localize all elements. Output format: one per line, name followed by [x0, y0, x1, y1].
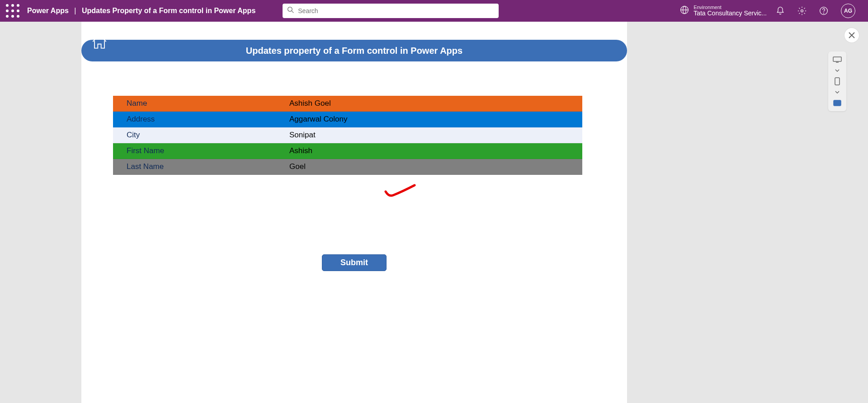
notifications-icon[interactable]: [776, 6, 785, 15]
svg-point-1: [11, 4, 14, 7]
svg-point-5: [17, 9, 19, 12]
search-box[interactable]: [283, 4, 499, 18]
page-title-text: Updates Property of a Form control in Po…: [82, 7, 255, 14]
app-canvas: Updates property of a Form control in Po…: [81, 22, 627, 403]
field-value: Ashish Goel: [289, 99, 582, 108]
table-row: City Sonipat: [113, 127, 582, 143]
search-container: [283, 4, 499, 18]
svg-point-2: [17, 4, 19, 7]
form-display-table: Name Ashish Goel Address Aggarwal Colony…: [113, 96, 582, 175]
svg-point-3: [6, 9, 9, 12]
settings-icon[interactable]: [797, 6, 807, 15]
page-banner: Updates property of a Form control in Po…: [81, 40, 627, 61]
app-name[interactable]: Power Apps: [27, 7, 69, 14]
field-label: First Name: [113, 146, 289, 155]
field-label: Address: [113, 115, 289, 124]
svg-point-0: [6, 4, 9, 7]
field-label: Name: [113, 99, 289, 108]
help-icon[interactable]: [819, 6, 828, 15]
field-label: City: [113, 131, 289, 140]
svg-line-10: [292, 11, 294, 13]
home-icon[interactable]: [90, 32, 109, 53]
field-label: Last Name: [113, 162, 289, 171]
table-row: Last Name Goel: [113, 159, 582, 175]
field-value: Ashish: [289, 146, 582, 155]
environment-value: Tata Consultancy Servic...: [693, 10, 767, 17]
table-row: Name Ashish Goel: [113, 96, 582, 112]
svg-point-6: [6, 15, 9, 18]
user-avatar[interactable]: AG: [841, 4, 855, 18]
globe-icon: [680, 5, 689, 16]
table-row: Address Aggarwal Colony: [113, 112, 582, 127]
svg-point-9: [288, 7, 292, 12]
field-value: Aggarwal Colony: [289, 115, 582, 124]
annotation-checkmark-icon: [384, 183, 416, 201]
svg-point-4: [11, 9, 14, 12]
canvas-area: Updates property of a Form control in Po…: [0, 22, 868, 403]
field-value: Sonipat: [289, 131, 582, 140]
svg-point-8: [17, 15, 19, 18]
svg-point-16: [824, 13, 824, 14]
search-input[interactable]: [298, 7, 494, 14]
app-launcher-icon[interactable]: [5, 4, 20, 18]
svg-point-7: [11, 15, 14, 18]
field-value: Goel: [289, 162, 582, 171]
banner-title: Updates property of a Form control in Po…: [81, 46, 627, 56]
search-icon: [287, 6, 294, 15]
app-header: Power Apps | Updates Property of a Form …: [0, 0, 868, 22]
environment-label: Environment: [693, 5, 767, 10]
submit-button[interactable]: Submit: [322, 254, 387, 271]
title-separator: |: [74, 7, 76, 14]
app-title: Power Apps | Updates Property of a Form …: [27, 7, 255, 15]
environment-picker[interactable]: Environment Tata Consultancy Servic...: [680, 5, 767, 17]
table-row: First Name Ashish: [113, 143, 582, 159]
svg-point-14: [801, 10, 803, 12]
